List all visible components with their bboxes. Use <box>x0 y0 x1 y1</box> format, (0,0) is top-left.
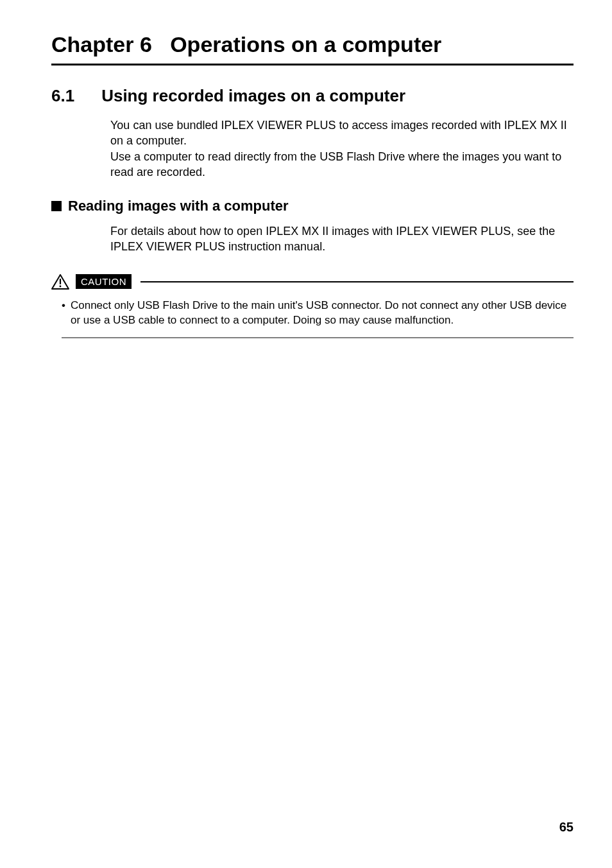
caution-header: CAUTION <box>51 274 574 290</box>
page-number: 65 <box>559 820 574 835</box>
chapter-title: Chapter 6 Operations on a computer <box>51 32 574 65</box>
subsection-heading: Reading images with a computer <box>51 198 574 214</box>
subsection-title: Reading images with a computer <box>68 198 289 214</box>
caution-label: CAUTION <box>76 274 132 289</box>
subsection-body: For details about how to open IPLEX MX I… <box>110 223 574 255</box>
caution-block: CAUTION • Connect only USB Flash Drive t… <box>51 274 574 338</box>
chapter-title-text: Operations on a computer <box>170 32 441 56</box>
caution-body: • Connect only USB Flash Drive to the ma… <box>62 299 574 338</box>
caution-text: Connect only USB Flash Drive to the main… <box>71 299 574 328</box>
section-number: 6.1 <box>51 86 74 106</box>
section-body-line2: Use a computer to read directly from the… <box>110 150 561 178</box>
caution-divider <box>140 281 574 282</box>
warning-triangle-icon <box>51 274 69 290</box>
bullet-icon: • <box>62 299 65 328</box>
section-body: You can use bundled IPLEX VIEWER PLUS to… <box>110 117 574 180</box>
section-title: Using recorded images on a computer <box>101 86 405 106</box>
square-bullet-icon <box>51 201 62 211</box>
section-body-line1: You can use bundled IPLEX VIEWER PLUS to… <box>110 119 567 147</box>
svg-point-1 <box>60 285 62 287</box>
chapter-label: Chapter 6 <box>51 32 152 56</box>
section-heading: 6.1 Using recorded images on a computer <box>51 86 574 106</box>
